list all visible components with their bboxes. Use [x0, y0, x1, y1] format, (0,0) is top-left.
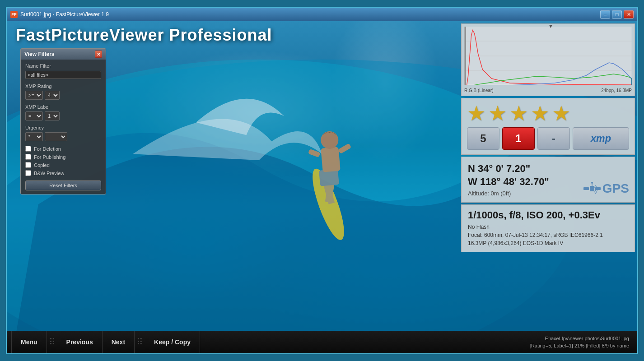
gps-box: N 34° 0' 7.20" W 118° 48' 32.70" Altitud…: [461, 157, 635, 203]
minimize-button[interactable]: –: [600, 10, 610, 19]
bw-preview-label[interactable]: B&W Preview: [34, 171, 64, 176]
status-area: E:\axel-fpv\newer photos\Surf0001.jpg [R…: [200, 335, 633, 350]
for-deletion-checkbox[interactable]: [25, 146, 31, 152]
xmp-badge[interactable]: xmp: [573, 127, 629, 150]
name-filter-input[interactable]: [25, 71, 101, 79]
status-line-1: E:\axel-fpv\newer photos\Surf0001.jpg: [200, 335, 629, 342]
checkbox-row-publishing: For Publishing: [25, 154, 101, 160]
checkboxes-section: For Deletion For Publishing Copied B&W P…: [25, 146, 101, 176]
xmp-rating-op-select[interactable]: >= > = <: [25, 91, 43, 100]
urgency-section: Urgency * = >= 1 2: [25, 125, 101, 141]
separator-1: ⠿: [47, 337, 57, 347]
reset-filters-button[interactable]: Reset Filters: [25, 180, 101, 190]
svg-rect-7: [321, 147, 341, 172]
app-icon: FP: [10, 11, 18, 18]
exif-sensor: 16.3MP (4,986x3,264) EOS-1D Mark IV: [468, 239, 628, 247]
stars-row: ★ ★ ★ ★ ★: [467, 103, 629, 124]
star-4[interactable]: ★: [531, 103, 549, 124]
urgency-op-select[interactable]: * = >=: [25, 132, 43, 141]
exif-main: 1/1000s, f/8, ISO 200, +0.3Ev: [468, 209, 628, 221]
xmp-label-label: XMP Label: [25, 104, 101, 110]
bottom-bar: Menu ⠿ Previous Next ⠿ Keep / Copy E:\ax…: [7, 331, 637, 353]
gps-label: GPS: [602, 181, 629, 196]
filters-body: Name Filter XMP Rating >= > = <: [21, 60, 106, 194]
urgency-badge[interactable]: -: [537, 127, 570, 150]
filters-title-bar: View Filters ✕: [21, 49, 106, 60]
main-window: FP Surf0001.jpg - FastPictureViewer 1.9 …: [6, 7, 638, 354]
exif-focal: Focal: 600mm, 07-Jul-13 12:34:17, sRGB I…: [468, 231, 628, 239]
copied-label[interactable]: Copied: [34, 162, 50, 168]
bw-preview-checkbox[interactable]: [25, 170, 31, 176]
xmp-rating-section: XMP Rating >= > = < 4 1 2 3: [25, 83, 101, 100]
checkbox-row-bwpreview: B&W Preview: [25, 170, 101, 176]
gps-satellite-icon: [583, 180, 601, 198]
star-5[interactable]: ★: [552, 103, 570, 124]
window-title: Surf0001.jpg - FastPictureViewer 1.9: [20, 11, 600, 18]
svg-point-20: [591, 182, 593, 184]
title-bar: FP Surf0001.jpg - FastPictureViewer 1.9 …: [7, 8, 637, 21]
checkbox-row-deletion: For Deletion: [25, 146, 101, 152]
urgency-label: Urgency: [25, 125, 101, 130]
histogram-info: R,G,B (Linear) 24bpp, 16.3MP: [464, 88, 632, 93]
gps-icon-container: GPS: [583, 180, 629, 198]
xmp-label-row: = >= < 1 2 3 4 5: [25, 111, 101, 120]
urgency-row: * = >= 1 2: [25, 132, 101, 141]
copied-checkbox[interactable]: [25, 162, 31, 168]
keep-copy-button[interactable]: Keep / Copy: [145, 331, 200, 353]
rating-box: ★ ★ ★ ★ ★ 5 1 - xmp: [461, 98, 635, 155]
window-controls: – □ ✕: [600, 10, 634, 19]
name-filter-section: Name Filter: [25, 63, 101, 79]
previous-button[interactable]: Previous: [57, 331, 103, 353]
star-3[interactable]: ★: [509, 103, 528, 124]
xmp-label-val-select[interactable]: 1 2 3 4 5: [45, 111, 60, 120]
rating-badges: 5 1 - xmp: [467, 127, 629, 150]
xmp-label-op-select[interactable]: = >= <: [25, 111, 43, 120]
svg-point-10: [321, 131, 338, 149]
menu-button[interactable]: Menu: [11, 331, 47, 353]
app-title: FastPictureViewer Professional: [16, 26, 272, 45]
status-line-2: [Rating=5, Label=1] 21% [Filled] 8/9 by …: [200, 342, 629, 350]
for-publishing-checkbox[interactable]: [25, 154, 31, 160]
right-panel: ▼: [461, 23, 635, 252]
star-1[interactable]: ★: [467, 103, 485, 124]
name-filter-label: Name Filter: [25, 63, 101, 69]
xmp-label-section: XMP Label = >= < 1 2 3 4 5: [25, 104, 101, 120]
checkbox-row-copied: Copied: [25, 162, 101, 168]
histogram-label-right: 24bpp, 16.3MP: [601, 88, 632, 93]
svg-rect-16: [590, 186, 594, 191]
svg-rect-18: [595, 187, 601, 190]
xmp-rating-val-select[interactable]: 4 1 2 3 5: [45, 91, 60, 100]
for-deletion-label[interactable]: For Deletion: [34, 146, 61, 152]
gps-latitude: N 34° 0' 7.20": [468, 162, 628, 176]
xmp-rating-label: XMP Rating: [25, 83, 101, 89]
histogram-chart: [464, 27, 632, 85]
exif-flash: No Flash: [468, 223, 628, 231]
star-2[interactable]: ★: [488, 103, 507, 124]
main-content: FastPictureViewer Professional View Filt…: [7, 21, 637, 331]
close-button[interactable]: ✕: [624, 10, 634, 19]
svg-rect-15: [465, 27, 466, 85]
exif-box: 1/1000s, f/8, ISO 200, +0.3Ev No Flash F…: [461, 204, 635, 252]
urgency-val-select[interactable]: 1 2: [45, 132, 67, 141]
separator-2: ⠿: [135, 337, 145, 347]
histogram-label-left: R,G,B (Linear): [464, 88, 493, 93]
xmp-rating-row: >= > = < 4 1 2 3 5: [25, 91, 101, 100]
histogram-container: ▼: [464, 27, 632, 87]
filters-close-button[interactable]: ✕: [95, 51, 102, 58]
svg-rect-17: [583, 187, 589, 190]
rating-value-badge[interactable]: 5: [467, 127, 499, 150]
label-value-badge[interactable]: 1: [502, 127, 535, 150]
next-button[interactable]: Next: [103, 331, 135, 353]
filters-title: View Filters: [24, 51, 54, 57]
histogram-arrow: ▼: [548, 23, 554, 29]
maximize-button[interactable]: □: [612, 10, 622, 19]
filters-panel: View Filters ✕ Name Filter XMP Rating >=…: [20, 48, 106, 194]
histogram-box: ▼: [461, 23, 635, 96]
for-publishing-label[interactable]: For Publishing: [34, 154, 65, 160]
